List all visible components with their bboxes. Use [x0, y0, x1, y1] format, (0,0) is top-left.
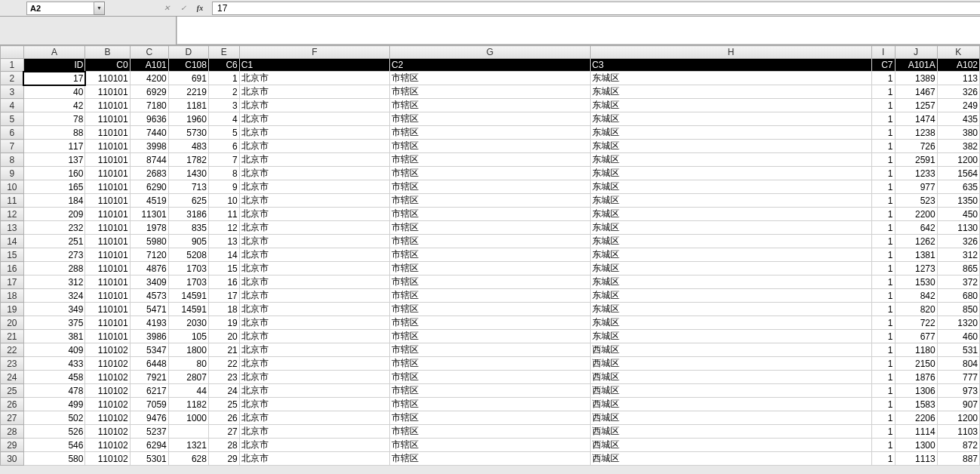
cell-F25[interactable]: 北京市 [239, 384, 389, 398]
cell-H1[interactable]: C3 [590, 59, 871, 72]
cell-H12[interactable]: 东城区 [590, 208, 871, 221]
cell-I21[interactable]: 1 [871, 330, 895, 343]
cell-E13[interactable]: 12 [208, 221, 239, 235]
cell-G20[interactable]: 市辖区 [390, 316, 591, 330]
cell-B24[interactable]: 110102 [85, 371, 130, 384]
cell-J26[interactable]: 1583 [895, 398, 937, 411]
row-header-27[interactable]: 27 [1, 411, 24, 425]
row-header-24[interactable]: 24 [1, 371, 24, 384]
cell-D11[interactable]: 625 [168, 194, 208, 208]
cell-D4[interactable]: 1181 [168, 99, 208, 112]
cell-H11[interactable]: 东城区 [590, 194, 871, 208]
cell-E29[interactable]: 28 [208, 439, 239, 452]
cell-J8[interactable]: 2591 [895, 153, 937, 167]
cell-E6[interactable]: 5 [208, 126, 239, 140]
cell-E14[interactable]: 13 [208, 235, 239, 248]
row-header-3[interactable]: 3 [1, 85, 24, 99]
cell-I18[interactable]: 1 [871, 289, 895, 303]
cell-G14[interactable]: 市辖区 [390, 235, 591, 248]
cell-F20[interactable]: 北京市 [239, 316, 389, 330]
cell-H5[interactable]: 东城区 [590, 112, 871, 126]
cell-A26[interactable]: 499 [23, 398, 85, 411]
cell-C8[interactable]: 8744 [130, 153, 168, 167]
cell-A2[interactable]: 17 [23, 72, 85, 85]
cell-A5[interactable]: 78 [23, 112, 85, 126]
cell-J5[interactable]: 1474 [895, 112, 937, 126]
cell-G3[interactable]: 市辖区 [390, 85, 591, 99]
cell-C16[interactable]: 4876 [130, 262, 168, 275]
row-header-2[interactable]: 2 [1, 72, 24, 85]
cell-F30[interactable]: 北京市 [239, 452, 389, 466]
row-header-9[interactable]: 9 [1, 167, 24, 180]
cell-D16[interactable]: 1703 [168, 262, 208, 275]
cell-A18[interactable]: 324 [23, 289, 85, 303]
cell-H10[interactable]: 东城区 [590, 180, 871, 194]
cell-H21[interactable]: 东城区 [590, 330, 871, 343]
cell-J18[interactable]: 842 [895, 289, 937, 303]
cell-G17[interactable]: 市辖区 [390, 275, 591, 289]
cell-H30[interactable]: 西城区 [590, 452, 871, 466]
cell-G13[interactable]: 市辖区 [390, 221, 591, 235]
row-header-8[interactable]: 8 [1, 153, 24, 167]
cell-D9[interactable]: 1430 [168, 167, 208, 180]
name-box-dropdown[interactable]: ▼ [94, 2, 105, 15]
row-header-28[interactable]: 28 [1, 425, 24, 439]
cell-G16[interactable]: 市辖区 [390, 262, 591, 275]
cell-C1[interactable]: A101 [130, 59, 168, 72]
cell-A3[interactable]: 40 [23, 85, 85, 99]
cell-F19[interactable]: 北京市 [239, 303, 389, 316]
col-header-B[interactable]: B [85, 46, 130, 59]
cell-F15[interactable]: 北京市 [239, 248, 389, 262]
cell-E20[interactable]: 19 [208, 316, 239, 330]
cell-E17[interactable]: 16 [208, 275, 239, 289]
cell-E11[interactable]: 10 [208, 194, 239, 208]
cell-J16[interactable]: 1273 [895, 262, 937, 275]
cell-A11[interactable]: 184 [23, 194, 85, 208]
cell-D29[interactable]: 1321 [168, 439, 208, 452]
cell-A22[interactable]: 409 [23, 343, 85, 357]
fx-icon[interactable]: fx [194, 2, 206, 14]
cell-H16[interactable]: 东城区 [590, 262, 871, 275]
cell-D30[interactable]: 628 [168, 452, 208, 466]
cell-F1[interactable]: C1 [239, 59, 389, 72]
cell-C29[interactable]: 6294 [130, 439, 168, 452]
spreadsheet-grid[interactable]: ABCDEFGHIJK 1IDC0A101C108C6C1C2C3C7A101A… [0, 45, 980, 466]
col-header-C[interactable]: C [130, 46, 168, 59]
cell-A21[interactable]: 381 [23, 330, 85, 343]
cell-A23[interactable]: 433 [23, 357, 85, 371]
cell-D14[interactable]: 905 [168, 235, 208, 248]
cell-E1[interactable]: C6 [208, 59, 239, 72]
cell-B30[interactable]: 110102 [85, 452, 130, 466]
col-header-G[interactable]: G [390, 46, 591, 59]
cell-I26[interactable]: 1 [871, 398, 895, 411]
cell-F17[interactable]: 北京市 [239, 275, 389, 289]
cell-E28[interactable]: 27 [208, 425, 239, 439]
cell-H15[interactable]: 东城区 [590, 248, 871, 262]
cell-K30[interactable]: 887 [937, 452, 979, 466]
cell-C10[interactable]: 6290 [130, 180, 168, 194]
cell-F18[interactable]: 北京市 [239, 289, 389, 303]
cell-K21[interactable]: 460 [937, 330, 979, 343]
cell-C4[interactable]: 7180 [130, 99, 168, 112]
col-header-J[interactable]: J [895, 46, 937, 59]
cell-H6[interactable]: 东城区 [590, 126, 871, 140]
cell-I4[interactable]: 1 [871, 99, 895, 112]
cell-C11[interactable]: 4519 [130, 194, 168, 208]
cell-C18[interactable]: 4573 [130, 289, 168, 303]
cell-F16[interactable]: 北京市 [239, 262, 389, 275]
cell-A1[interactable]: ID [23, 59, 85, 72]
cell-J10[interactable]: 977 [895, 180, 937, 194]
cell-A12[interactable]: 209 [23, 208, 85, 221]
cell-K24[interactable]: 777 [937, 371, 979, 384]
cell-C28[interactable]: 5237 [130, 425, 168, 439]
row-header-26[interactable]: 26 [1, 398, 24, 411]
cell-D12[interactable]: 3186 [168, 208, 208, 221]
cell-K16[interactable]: 865 [937, 262, 979, 275]
cell-A9[interactable]: 160 [23, 167, 85, 180]
row-header-16[interactable]: 16 [1, 262, 24, 275]
cell-E22[interactable]: 21 [208, 343, 239, 357]
cell-D22[interactable]: 1800 [168, 343, 208, 357]
row-header-5[interactable]: 5 [1, 112, 24, 126]
cell-B23[interactable]: 110102 [85, 357, 130, 371]
select-all-corner[interactable] [1, 46, 24, 59]
